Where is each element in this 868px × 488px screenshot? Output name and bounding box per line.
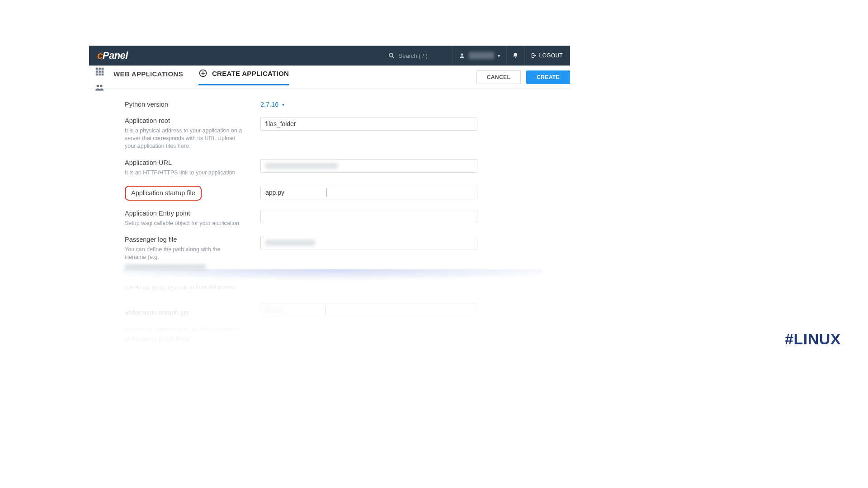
- svg-rect-3: [96, 67, 98, 70]
- notifications-button[interactable]: [507, 46, 525, 66]
- logout-label: LOGOUT: [539, 52, 563, 59]
- app-url-label: Application URL: [125, 159, 256, 166]
- topbar: cPanel ▾ LOGOUT: [89, 46, 570, 66]
- entry-point-label: Application Entry point: [125, 210, 256, 217]
- app-url-help: It is an HTTP/HTTPS link to your applica…: [125, 169, 242, 177]
- create-app-form: Python version 2.7.16 ▾ Application root…: [89, 89, 570, 272]
- search-icon: [388, 52, 395, 59]
- search-input[interactable]: [399, 52, 439, 59]
- startup-file-label-highlighted: Application startup file: [125, 186, 202, 201]
- svg-point-12: [97, 84, 99, 87]
- cpanel-window: cPanel ▾ LOGOUT WEB APPLICA: [89, 46, 570, 272]
- passenger-log-input[interactable]: [260, 236, 477, 249]
- startup-file-value: app.py: [265, 189, 284, 196]
- svg-rect-4: [99, 67, 101, 70]
- user-name-redacted: [469, 52, 494, 59]
- tab-create-application-label: CREATE APPLICATION: [212, 70, 289, 77]
- svg-line-1: [392, 56, 394, 58]
- python-version-select[interactable]: 2.7.16 ▾: [260, 101, 536, 108]
- cancel-button[interactable]: CANCEL: [476, 70, 521, 84]
- svg-point-0: [389, 53, 393, 57]
- search-box[interactable]: [388, 52, 439, 59]
- app-url-input[interactable]: [260, 159, 477, 173]
- python-version-label: Python version: [125, 101, 256, 108]
- svg-rect-5: [102, 67, 104, 70]
- passenger-help-redacted: [125, 264, 206, 270]
- svg-point-13: [100, 84, 103, 87]
- passenger-log-redacted: [265, 239, 315, 246]
- apps-grid-icon[interactable]: [94, 66, 104, 78]
- bell-icon: [512, 52, 519, 59]
- svg-rect-7: [99, 70, 101, 73]
- svg-rect-6: [96, 70, 98, 73]
- svg-rect-11: [102, 73, 104, 75]
- app-root-help: It is a physical address to your applica…: [125, 127, 242, 150]
- app-url-redacted: [265, 163, 338, 169]
- add-circle-icon: [198, 69, 208, 78]
- python-version-value: 2.7.16: [260, 101, 278, 108]
- app-root-label: Application root: [125, 117, 256, 124]
- passenger-log-help: You can define the path along with the f…: [125, 246, 242, 261]
- app-root-input[interactable]: [260, 117, 477, 131]
- chevron-down-icon: ▾: [282, 102, 284, 107]
- entry-point-input[interactable]: [260, 210, 477, 223]
- svg-rect-10: [99, 73, 101, 75]
- tab-web-applications[interactable]: WEB APPLICATIONS: [113, 70, 183, 84]
- cpanel-logo: cPanel: [97, 50, 128, 61]
- passenger-log-label: Passenger log file: [125, 236, 256, 243]
- svg-rect-9: [96, 73, 98, 75]
- linux-hashtag: #LINUX: [785, 330, 841, 348]
- logout-button[interactable]: LOGOUT: [525, 52, 563, 59]
- entry-point-help: Setup wsgi callable object for your appl…: [125, 220, 242, 227]
- startup-file-input[interactable]: app.py: [260, 186, 477, 199]
- reflection-decoration: Passenger log file You can define the pa…: [89, 269, 570, 378]
- sidebar: [89, 66, 110, 89]
- logout-icon: [530, 52, 537, 59]
- create-button[interactable]: CREATE: [526, 70, 570, 84]
- secondary-nav: WEB APPLICATIONS CREATE APPLICATION CANC…: [89, 66, 570, 89]
- svg-rect-8: [102, 70, 104, 73]
- tab-create-application[interactable]: CREATE APPLICATION: [198, 69, 289, 85]
- chevron-down-icon: ▾: [498, 53, 500, 58]
- user-menu[interactable]: ▾: [452, 46, 507, 66]
- svg-point-2: [461, 53, 463, 56]
- user-icon: [459, 52, 465, 59]
- text-cursor: [326, 188, 326, 197]
